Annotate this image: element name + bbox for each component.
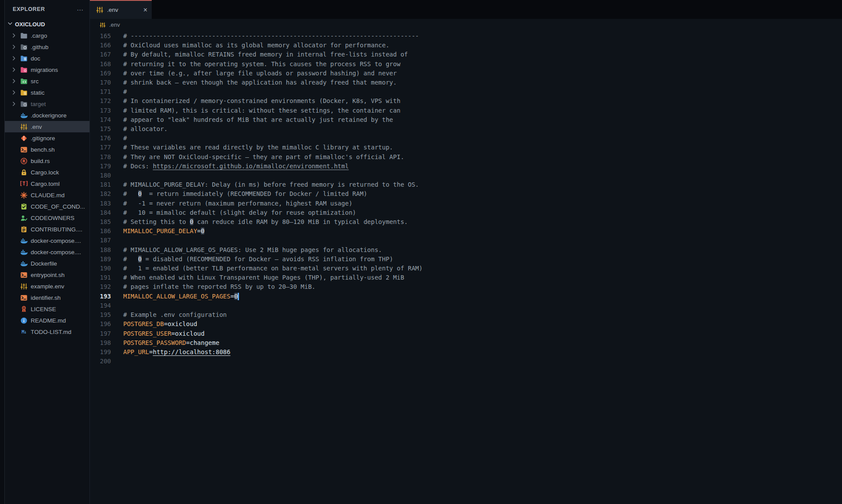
code-line[interactable]: 167# By default, mimalloc RETAINS freed … bbox=[90, 50, 842, 59]
tree-file-identifier-sh[interactable]: identifier.sh bbox=[5, 292, 89, 303]
tree-folder-github[interactable]: .github bbox=[5, 41, 89, 53]
line-number[interactable]: 170 bbox=[90, 78, 111, 87]
code-line[interactable]: 174# appear to "leak" hundreds of MiB th… bbox=[90, 115, 842, 124]
line-number[interactable]: 179 bbox=[90, 162, 111, 171]
code-line[interactable]: 192# pages inflate the reported RSS by u… bbox=[90, 282, 842, 291]
code-line[interactable]: 190# 1 = enabled (better TLB performance… bbox=[90, 264, 842, 273]
line-number[interactable]: 181 bbox=[90, 180, 111, 189]
tree-file-bench-sh[interactable]: bench.sh bbox=[5, 144, 89, 155]
line-number[interactable]: 197 bbox=[90, 329, 111, 338]
tree-file-dockerignore[interactable]: .dockerignore bbox=[5, 110, 89, 121]
tree-folder-migrations[interactable]: migrations bbox=[5, 64, 89, 75]
code-line[interactable]: 200 bbox=[90, 357, 842, 366]
tree-file-code-of-cond[interactable]: CODE_OF_COND... bbox=[5, 201, 89, 212]
code-line[interactable]: 197POSTGRES_USER=oxicloud bbox=[90, 329, 842, 338]
code-line[interactable]: 189# 0 = disabled (RECOMMENDED for Docke… bbox=[90, 255, 842, 264]
tree-file-todo-list-md[interactable]: M↓TODO-LIST.md bbox=[5, 326, 89, 337]
explorer-more-button[interactable]: ··· bbox=[77, 6, 83, 13]
line-number[interactable]: 199 bbox=[90, 348, 111, 357]
line-number[interactable]: 185 bbox=[90, 217, 111, 227]
line-number[interactable]: 188 bbox=[90, 245, 111, 255]
code-line[interactable]: 185# Setting this to 0 can reduce idle R… bbox=[90, 217, 842, 227]
code-line[interactable]: 198POSTGRES_PASSWORD=changeme bbox=[90, 338, 842, 348]
line-number[interactable]: 186 bbox=[90, 227, 111, 236]
line-number[interactable]: 173 bbox=[90, 106, 111, 115]
tree-file-gitignore[interactable]: .gitignore bbox=[5, 132, 89, 144]
tree-file-env[interactable]: .env bbox=[5, 121, 89, 132]
line-number[interactable]: 198 bbox=[90, 338, 111, 348]
line-number[interactable]: 191 bbox=[90, 273, 111, 282]
tree-file-claude-md[interactable]: CLAUDE.md bbox=[5, 189, 89, 201]
tree-root-oxicloud[interactable]: OXICLOUD bbox=[5, 18, 89, 30]
code-line[interactable]: 187 bbox=[90, 236, 842, 245]
code-line[interactable]: 183# -1 = never return (maximum performa… bbox=[90, 199, 842, 208]
breadcrumb[interactable]: .env bbox=[90, 19, 842, 31]
code-line[interactable]: 194 bbox=[90, 301, 842, 310]
code-line[interactable]: 196POSTGRES_DB=oxicloud bbox=[90, 319, 842, 329]
line-number[interactable]: 167 bbox=[90, 50, 111, 59]
line-number[interactable]: 193 bbox=[90, 292, 111, 301]
line-number[interactable]: 172 bbox=[90, 96, 111, 106]
code-line[interactable]: 171# bbox=[90, 87, 842, 96]
code-line[interactable]: 168# returning it to the operating syste… bbox=[90, 60, 842, 69]
code-line[interactable]: 165# -----------------------------------… bbox=[90, 32, 842, 41]
line-number[interactable]: 166 bbox=[90, 41, 111, 50]
line-number[interactable]: 195 bbox=[90, 310, 111, 319]
code-line[interactable]: 182# 0 = return immediately (RECOMMENDED… bbox=[90, 189, 842, 199]
line-number[interactable]: 168 bbox=[90, 60, 111, 69]
url-link[interactable]: https://microsoft.github.io/mimalloc/env… bbox=[153, 163, 349, 170]
code-line[interactable]: 169# over time (e.g., after large file u… bbox=[90, 69, 842, 78]
tree-folder-static[interactable]: static bbox=[5, 87, 89, 98]
line-number[interactable]: 176 bbox=[90, 134, 111, 143]
code-line[interactable]: 191# When enabled with Linux Transparent… bbox=[90, 273, 842, 282]
code-line[interactable]: 179# Docs: https://microsoft.github.io/m… bbox=[90, 162, 842, 171]
code-line[interactable]: 177# These variables are read directly b… bbox=[90, 143, 842, 152]
tab-env[interactable]: .env × bbox=[90, 0, 152, 19]
line-number[interactable]: 189 bbox=[90, 255, 111, 264]
tree-file-codeowners[interactable]: CODEOWNERS bbox=[5, 212, 89, 224]
code-line[interactable]: 170# shrink back — even though the appli… bbox=[90, 78, 842, 87]
code-line[interactable]: 188# MIMALLOC_ALLOW_LARGE_OS_PAGES: Use … bbox=[90, 245, 842, 255]
line-number[interactable]: 196 bbox=[90, 319, 111, 329]
code-line[interactable]: 166# OxiCloud uses mimalloc as its globa… bbox=[90, 41, 842, 50]
tree-file-license[interactable]: LICENSE bbox=[5, 303, 89, 315]
line-number[interactable]: 190 bbox=[90, 264, 111, 273]
url-link[interactable]: http://localhost:8086 bbox=[153, 348, 230, 355]
line-number[interactable]: 183 bbox=[90, 199, 111, 208]
tree-folder-target[interactable]: target bbox=[5, 98, 89, 110]
code-line[interactable]: 193MIMALLOC_ALLOW_LARGE_OS_PAGES=0 bbox=[90, 292, 842, 301]
line-number[interactable]: 169 bbox=[90, 69, 111, 78]
line-number[interactable]: 165 bbox=[90, 32, 111, 41]
tree-file-cargo-toml[interactable]: [T]Cargo.toml bbox=[5, 178, 89, 189]
code-line[interactable]: 176# bbox=[90, 134, 842, 143]
tree-file-build-rs[interactable]: Rbuild.rs bbox=[5, 155, 89, 167]
line-number[interactable]: 178 bbox=[90, 153, 111, 162]
line-number[interactable]: 184 bbox=[90, 208, 111, 217]
code-line[interactable]: 186MIMALLOC_PURGE_DELAY=0 bbox=[90, 227, 842, 236]
tree-file-dockerfile[interactable]: Dockerfile bbox=[5, 258, 89, 269]
tree-folder-src[interactable]: src bbox=[5, 75, 89, 87]
line-number[interactable]: 182 bbox=[90, 189, 111, 199]
code-line[interactable]: 184# 10 = mimalloc default (slight delay… bbox=[90, 208, 842, 217]
line-number[interactable]: 175 bbox=[90, 124, 111, 134]
line-number[interactable]: 194 bbox=[90, 301, 111, 310]
line-number[interactable]: 180 bbox=[90, 171, 111, 180]
tree-folder-doc[interactable]: doc bbox=[5, 53, 89, 64]
tree-file-readme-md[interactable]: README.md bbox=[5, 315, 89, 326]
code-line[interactable]: 178# They are NOT OxiCloud-specific — th… bbox=[90, 153, 842, 162]
line-number[interactable]: 200 bbox=[90, 357, 111, 366]
tree-file-docker-compose[interactable]: docker-compose.... bbox=[5, 235, 89, 246]
code-line[interactable]: 181# MIMALLOC_PURGE_DELAY: Delay (in ms)… bbox=[90, 180, 842, 189]
tree-file-entrypoint-sh[interactable]: entrypoint.sh bbox=[5, 269, 89, 280]
code-editor[interactable]: 165# -----------------------------------… bbox=[90, 31, 842, 504]
code-line[interactable]: 175# allocator. bbox=[90, 124, 842, 134]
line-number[interactable]: 171 bbox=[90, 87, 111, 96]
tree-file-docker-compose[interactable]: docker-compose.... bbox=[5, 246, 89, 258]
code-line[interactable]: 172# In containerized / memory-constrain… bbox=[90, 96, 842, 106]
tree-folder-cargo[interactable]: .cargo bbox=[5, 30, 89, 41]
line-number[interactable]: 174 bbox=[90, 115, 111, 124]
tree-file-example-env[interactable]: example.env bbox=[5, 280, 89, 292]
code-line[interactable]: 180 bbox=[90, 171, 842, 180]
code-line[interactable]: 173# limited RAM), this is critical: wit… bbox=[90, 106, 842, 115]
tree-file-contributing[interactable]: CONTRIBUTING.... bbox=[5, 224, 89, 235]
